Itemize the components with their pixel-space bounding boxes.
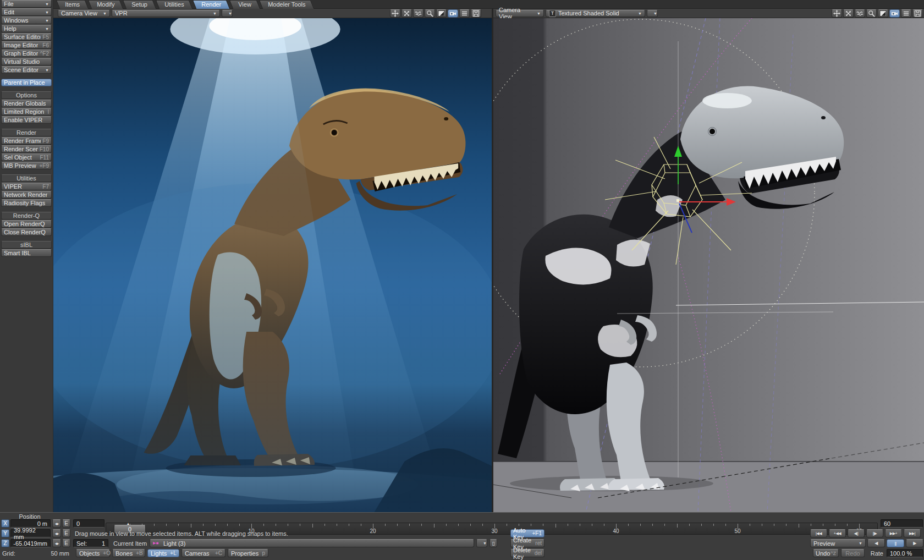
move-icon[interactable] bbox=[390, 9, 400, 18]
menu-file[interactable]: File▼ bbox=[1, 0, 52, 8]
axis-z-badge[interactable]: Z bbox=[1, 539, 9, 547]
sidebar-item-viper[interactable]: VIPERF7 bbox=[1, 183, 52, 190]
left-render-mode-dropdown[interactable]: VPR ▼ bbox=[112, 10, 220, 17]
sidebar-item-virtual-studio[interactable]: Virtual Studio bbox=[1, 58, 52, 65]
selection-count-field[interactable]: Sel: 1 bbox=[73, 539, 108, 547]
sidebar-item-limited-region[interactable]: Limited Regionl bbox=[1, 108, 52, 116]
ruler-tick bbox=[640, 524, 641, 526]
position-y-field[interactable]: 39.9992 mm bbox=[10, 529, 51, 537]
sidebar-item-graph-editor[interactable]: Graph Editor^F2 bbox=[1, 50, 52, 57]
menu-scene-editor[interactable]: Scene Editor▼ bbox=[1, 66, 52, 74]
next-keyframe-button[interactable]: ▶▶+ bbox=[885, 529, 902, 537]
right-viewport-options-dropdown[interactable]: ▼ bbox=[647, 10, 658, 17]
label: Sel Object bbox=[4, 154, 32, 161]
go-to-start-button[interactable]: |◀◀ bbox=[810, 529, 827, 537]
right-render-mode-dropdown[interactable]: T Textured Shaded Solid ▼ bbox=[546, 10, 645, 17]
rate-field[interactable]: 100.0 % bbox=[887, 549, 923, 557]
position-z-field[interactable]: -65.0419mm bbox=[10, 539, 51, 547]
right-viewport[interactable] bbox=[493, 18, 924, 512]
redo-button[interactable]: Redo bbox=[841, 549, 865, 557]
chevron-down-icon: ▼ bbox=[228, 12, 232, 15]
sidebar-item-smart-ibl[interactable]: Smart IBL bbox=[1, 249, 52, 257]
play-forward-button[interactable]: ▶ bbox=[906, 539, 923, 547]
mode-bones-button[interactable]: Bones+B bbox=[112, 549, 145, 557]
tab-items[interactable]: Items bbox=[56, 0, 89, 9]
sidebar-item-image-editor[interactable]: Image EditorF6 bbox=[1, 41, 52, 49]
camera-icon[interactable] bbox=[448, 9, 458, 18]
left-viewport[interactable] bbox=[53, 18, 492, 512]
envelope-z-button[interactable]: E bbox=[62, 539, 70, 547]
undo-button[interactable]: Undo ^Z bbox=[813, 549, 839, 557]
tab-modify[interactable]: Modify bbox=[88, 0, 124, 9]
nudge-icon[interactable]: ◀▶ bbox=[52, 529, 61, 537]
tab-utilities[interactable]: Utilities bbox=[156, 0, 193, 9]
menu-help[interactable]: Help▼ bbox=[1, 25, 52, 32]
end-frame-field[interactable]: 60 bbox=[881, 519, 923, 528]
sidebar-item-parent-in-place[interactable]: Parent in Place bbox=[1, 79, 52, 86]
light-icon bbox=[153, 540, 159, 547]
frame-field[interactable]: 0 bbox=[73, 519, 105, 528]
tab-setup[interactable]: Setup bbox=[123, 0, 156, 9]
list-icon[interactable] bbox=[901, 9, 911, 18]
grid-label: Grid: bbox=[2, 549, 15, 558]
current-item-label: Current Item bbox=[113, 539, 147, 548]
mode-lights-button[interactable]: Lights+L bbox=[147, 549, 179, 557]
axis-y-badge[interactable]: Y bbox=[1, 529, 9, 537]
sidebar-item-radiosity-flags[interactable]: Radiosity Flags bbox=[1, 199, 52, 207]
pan-icon[interactable] bbox=[413, 9, 424, 18]
right-view-mode-dropdown[interactable]: Camera View ▼ bbox=[496, 10, 544, 17]
current-item-dropdown[interactable]: Light (3) bbox=[150, 539, 474, 547]
left-render-mode-label: VPR bbox=[115, 10, 128, 17]
sidebar-item-surface-editor[interactable]: Surface EditorF5 bbox=[1, 33, 52, 41]
mode-properties-button[interactable]: Propertiesp bbox=[228, 549, 268, 557]
sidebar-item-enable-viper[interactable]: Enable VIPER bbox=[1, 116, 52, 124]
camera-icon[interactable] bbox=[889, 9, 900, 18]
left-viewport-options-dropdown[interactable]: ▼ bbox=[222, 10, 233, 17]
sidebar-item-close-renderq[interactable]: Close RenderQ bbox=[1, 228, 52, 236]
delete-key-button[interactable]: Delete Key del bbox=[510, 549, 544, 557]
move-icon[interactable] bbox=[832, 9, 842, 18]
axis-x-badge[interactable]: X bbox=[1, 519, 9, 528]
mode-objects-button[interactable]: Objects+O bbox=[76, 549, 110, 557]
pan-icon[interactable] bbox=[855, 9, 865, 18]
prev-keyframe-button[interactable]: +◀◀ bbox=[829, 529, 846, 537]
sidebar-item-render-scene[interactable]: Render SceneF10 bbox=[1, 145, 52, 153]
panel-icon: ▯ bbox=[492, 541, 495, 546]
sidebar-item-render-globals[interactable]: Render Globals bbox=[1, 100, 52, 107]
fit-icon[interactable] bbox=[436, 9, 447, 18]
pause-button[interactable]: || bbox=[887, 539, 904, 547]
tab-render[interactable]: Render bbox=[192, 0, 230, 9]
sidebar-item-render-frame[interactable]: Render FrameF9 bbox=[1, 137, 52, 145]
rotate-icon[interactable] bbox=[402, 9, 412, 18]
step-forward-button[interactable]: ||▶ bbox=[866, 529, 883, 537]
tab-modeler-tools[interactable]: Modeler Tools bbox=[259, 0, 315, 9]
envelope-x-button[interactable]: E bbox=[62, 519, 70, 528]
rate-label: Rate bbox=[868, 549, 883, 558]
menu-windows[interactable]: Windows▼ bbox=[1, 17, 52, 24]
nudge-icon[interactable]: ◀▶ bbox=[52, 539, 61, 547]
item-list-dropdown[interactable]: ▼ bbox=[476, 539, 487, 547]
rotate-icon[interactable] bbox=[843, 9, 854, 18]
tab-view[interactable]: View bbox=[229, 0, 260, 9]
preview-dropdown[interactable]: Preview ▼ bbox=[810, 539, 866, 547]
ruler-tick bbox=[191, 524, 191, 528]
layout-icon[interactable] bbox=[471, 9, 481, 18]
go-to-end-button[interactable]: ▶▶| bbox=[904, 529, 921, 537]
sidebar-item-sel-object[interactable]: Sel ObjectF11 bbox=[1, 153, 52, 161]
layout-icon[interactable] bbox=[912, 9, 923, 18]
left-view-mode-dropdown[interactable]: Camera View ▼ bbox=[58, 10, 110, 17]
list-icon[interactable] bbox=[459, 9, 470, 18]
zoom-icon[interactable] bbox=[425, 9, 435, 18]
mode-cameras-button[interactable]: Cameras+C bbox=[182, 549, 226, 557]
step-back-button[interactable]: ◀|| bbox=[848, 529, 865, 537]
zoom-icon[interactable] bbox=[866, 9, 877, 18]
sidebar-item-network-render[interactable]: Network Render bbox=[1, 191, 52, 199]
sidebar-item-open-renderq[interactable]: Open RenderQ bbox=[1, 220, 52, 228]
nudge-icon[interactable]: ◀▶ bbox=[52, 519, 61, 528]
fit-icon[interactable] bbox=[878, 9, 888, 18]
envelope-y-button[interactable]: E bbox=[62, 529, 70, 537]
play-reverse-button[interactable]: ◀ bbox=[867, 539, 885, 547]
menu-edit[interactable]: Edit▼ bbox=[1, 8, 52, 16]
sidebar-item-mb-preview[interactable]: MB Preview+F9 bbox=[1, 162, 52, 169]
item-panel-toggle[interactable]: ▯ bbox=[490, 539, 497, 547]
